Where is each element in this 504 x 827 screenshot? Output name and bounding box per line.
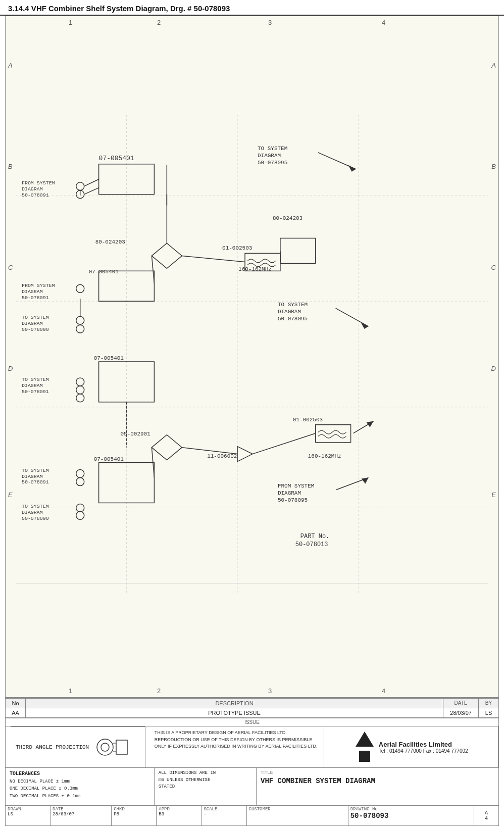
appd-label: APPD bbox=[159, 807, 199, 812]
svg-text:TO SYSTEM: TO SYSTEM bbox=[258, 145, 287, 152]
svg-text:50-078091: 50-078091 bbox=[22, 295, 49, 301]
svg-point-53 bbox=[76, 386, 84, 394]
svg-line-20 bbox=[84, 179, 99, 186]
svg-text:TO SYSTEM: TO SYSTEM bbox=[22, 468, 49, 473]
svg-line-45 bbox=[182, 256, 245, 262]
logo-triangle-icon bbox=[355, 731, 375, 749]
svg-point-52 bbox=[76, 378, 84, 386]
svg-text:07-005401: 07-005401 bbox=[89, 269, 119, 275]
logo-square-icon bbox=[359, 751, 370, 763]
bottom-row: DRAWN LS DATE 28/03/07 CHKD PB APPD B3 S… bbox=[5, 806, 499, 826]
svg-marker-24 bbox=[152, 243, 182, 268]
title-label-text: TITLE bbox=[261, 770, 494, 775]
svg-text:TO SYSTEM: TO SYSTEM bbox=[22, 504, 49, 509]
scale-value: - bbox=[204, 812, 244, 817]
main-container: 3.14.4 VHF Combiner Shelf System Diagram… bbox=[0, 0, 504, 827]
svg-text:TO SYSTEM: TO SYSTEM bbox=[22, 377, 49, 382]
svg-text:80-024203: 80-024203 bbox=[273, 215, 303, 221]
dimensions-cell: ALL DIMENSIONS ARE IN mm UNLESS OTHERWIS… bbox=[155, 768, 257, 805]
bottom-appd: APPD B3 bbox=[157, 806, 201, 825]
svg-text:160-162MHz: 160-162MHz bbox=[238, 266, 272, 272]
svg-point-17 bbox=[76, 182, 84, 190]
customer-label: CUSTOMER bbox=[249, 807, 346, 812]
projection-symbol bbox=[95, 736, 130, 759]
svg-text:PART No.: PART No. bbox=[300, 533, 329, 540]
bottom-drawing: DRAWING No 50-078093 bbox=[348, 806, 474, 825]
svg-text:50-078091: 50-078091 bbox=[22, 389, 49, 395]
svg-text:07-005401: 07-005401 bbox=[94, 456, 124, 462]
scale-label: SCALE bbox=[204, 807, 244, 812]
svg-marker-97 bbox=[356, 732, 374, 747]
legal-text: THIS IS A PROPRIETARY DESIGN OF AERIAL F… bbox=[150, 726, 325, 767]
svg-text:DIAGRAM: DIAGRAM bbox=[22, 289, 43, 295]
third-angle-label: THIRD ANGLE PROJECTION bbox=[16, 744, 89, 750]
svg-point-73 bbox=[76, 511, 84, 519]
svg-point-54 bbox=[76, 394, 84, 402]
drawing-label: DRAWING No bbox=[350, 807, 472, 812]
svg-text:50-078090: 50-078090 bbox=[22, 327, 49, 332]
svg-text:50-078091: 50-078091 bbox=[22, 479, 49, 485]
svg-point-67 bbox=[76, 470, 84, 478]
svg-point-92 bbox=[97, 739, 113, 755]
svg-text:FROM SYSTEM: FROM SYSTEM bbox=[22, 180, 55, 186]
issue-section-label: ISSUE bbox=[6, 718, 498, 726]
issue-no-header: No bbox=[6, 699, 26, 708]
svg-text:DIAGRAM: DIAGRAM bbox=[22, 510, 43, 515]
issue-desc-aa: PROTOTYPE ISSUE bbox=[26, 708, 443, 717]
svg-text:FROM SYSTEM: FROM SYSTEM bbox=[22, 283, 55, 288]
svg-text:05-002901: 05-002901 bbox=[121, 431, 151, 437]
issue-by-aa: LS bbox=[478, 708, 498, 717]
tolerances-label: TOLERANCES bbox=[10, 770, 150, 778]
bottom-sheet: A 4 bbox=[474, 806, 498, 825]
svg-point-68 bbox=[76, 478, 84, 486]
svg-text:11-006002: 11-006002 bbox=[207, 453, 237, 459]
svg-text:DIAGRAM: DIAGRAM bbox=[258, 153, 281, 159]
svg-text:07-005401: 07-005401 bbox=[99, 155, 134, 162]
tolerance-item-0: NO DECIMAL PLACE ± 1mm bbox=[10, 778, 150, 785]
svg-marker-57 bbox=[152, 435, 182, 460]
date-value: 28/03/07 bbox=[53, 812, 109, 817]
svg-text:DIAGRAM: DIAGRAM bbox=[278, 309, 301, 315]
drawing-area: 1 2 3 4 1 2 3 4 A B C D E A B C D E bbox=[5, 16, 499, 698]
tolerance-item-2: TWO DECIMAL PLACES ± 0.1mm bbox=[10, 793, 150, 800]
bottom-drawn: DRAWN LS bbox=[6, 806, 51, 825]
bottom-customer: CUSTOMER bbox=[247, 806, 348, 825]
svg-text:01-002503: 01-002503 bbox=[222, 245, 252, 251]
date-label: DATE bbox=[53, 807, 109, 812]
svg-line-21 bbox=[84, 188, 99, 194]
svg-point-93 bbox=[101, 743, 109, 751]
company-name-area: Aerial Facilities Limited Tel : 01494 77… bbox=[379, 741, 468, 754]
svg-rect-98 bbox=[359, 751, 370, 762]
bottom-date: DATE 28/03/07 bbox=[51, 806, 112, 825]
svg-marker-78 bbox=[362, 478, 369, 484]
svg-point-36 bbox=[76, 316, 84, 324]
svg-text:01-002503: 01-002503 bbox=[293, 417, 323, 423]
svg-rect-59 bbox=[316, 425, 351, 443]
sheet-value: A 4 bbox=[485, 810, 488, 821]
svg-text:50-078095: 50-078095 bbox=[258, 160, 287, 166]
page-header: 3.14.4 VHF Combiner Shelf System Diagram… bbox=[0, 0, 504, 16]
issue-section: No DESCRIPTION DATE BY AA PROTOTYPE ISSU… bbox=[5, 698, 499, 726]
svg-text:TO SYSTEM: TO SYSTEM bbox=[22, 315, 49, 320]
issue-date-aa: 28/03/07 bbox=[443, 708, 478, 717]
svg-line-84 bbox=[253, 433, 316, 454]
drawn-label: DRAWN bbox=[8, 807, 48, 812]
svg-text:07-005401: 07-005401 bbox=[94, 355, 124, 361]
drawn-value: LS bbox=[8, 812, 48, 817]
svg-text:DIAGRAM: DIAGRAM bbox=[22, 186, 43, 192]
appd-value: B3 bbox=[159, 812, 199, 817]
svg-text:DIAGRAM: DIAGRAM bbox=[22, 321, 43, 326]
chkd-value: PB bbox=[114, 812, 154, 817]
svg-text:80-024203: 80-024203 bbox=[95, 239, 125, 245]
tolerance-item-1: ONE DECIMAL PLACE ± 0.3mm bbox=[10, 785, 150, 792]
bottom-scale: SCALE - bbox=[201, 806, 246, 825]
svg-point-37 bbox=[76, 325, 84, 333]
drawing-no-value: 50-078093 bbox=[350, 812, 472, 820]
svg-text:50-078095: 50-078095 bbox=[278, 497, 308, 503]
svg-text:TO SYSTEM: TO SYSTEM bbox=[278, 302, 308, 308]
svg-text:50-078095: 50-078095 bbox=[278, 316, 308, 322]
company-tel: Tel : 01494 777000 Fax : 01494 777002 bbox=[379, 748, 468, 754]
company-logo-area: Aerial Facilities Limited Tel : 01494 77… bbox=[324, 726, 498, 767]
svg-line-41 bbox=[336, 308, 369, 326]
bottom-chkd: CHKD PB bbox=[112, 806, 157, 825]
